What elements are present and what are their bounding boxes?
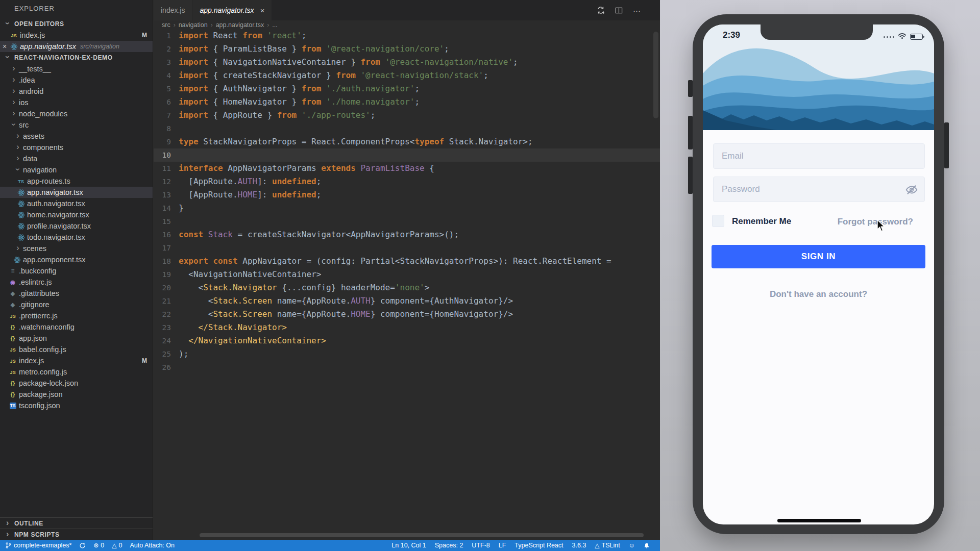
code-line-13[interactable]: 13 [AppRoute.HOME]: undefined; (154, 188, 660, 202)
password-input[interactable] (714, 177, 924, 202)
more-icon[interactable]: ··· (633, 6, 641, 15)
tree-item-.idea[interactable]: ›.idea (0, 74, 153, 86)
tree-item-home.navigator.tsx[interactable]: home.navigator.tsx (0, 209, 153, 220)
code-line-26[interactable]: 26 (154, 361, 660, 374)
status-item-spaces-2[interactable]: Spaces: 2 (435, 542, 463, 549)
code-line-20[interactable]: 20 <Stack.Navigator {...config} headerMo… (154, 281, 660, 294)
tree-item-components[interactable]: ›components (0, 142, 153, 153)
signup-link[interactable]: Don't have an account? (703, 289, 934, 299)
open-editor-app.navigator.tsx[interactable]: ×app.navigator.tsxsrc/navigation (0, 41, 153, 52)
tree-item-node_modules[interactable]: ›node_modules (0, 108, 153, 119)
status-item-3-6-3[interactable]: 3.6.3 (572, 542, 586, 549)
project-root-header[interactable]: › REACT-NAVIGATION-EX-DEMO (0, 52, 153, 63)
code-line-23[interactable]: 23 </Stack.Navigator> (154, 321, 660, 334)
status-item-bell[interactable] (644, 542, 650, 549)
tree-item-.buckconfig[interactable]: ≡.buckconfig (0, 265, 153, 277)
remember-me-checkbox[interactable] (712, 215, 724, 227)
close-icon[interactable]: × (0, 42, 9, 51)
status-item-auto-attach-on[interactable]: Auto Attach: On (130, 542, 175, 549)
code-line-5[interactable]: 5import { AuthNavigator } from './auth.n… (154, 82, 660, 95)
code-line-7[interactable]: 7import { AppRoute } from './app-routes'… (154, 109, 660, 122)
eye-off-icon[interactable] (905, 183, 918, 198)
status-item-tslint[interactable]: △TSLint (595, 542, 620, 549)
tree-item-.eslintrc.js[interactable]: ◉.eslintrc.js (0, 277, 153, 288)
code-line-24[interactable]: 24 </NavigationNativeContainer> (154, 334, 660, 347)
tree-item-.watchmanconfig[interactable]: {}.watchmanconfig (0, 321, 153, 333)
code-line-18[interactable]: 18export const AppNavigator = (config: P… (154, 255, 660, 268)
sign-in-button[interactable]: SIGN IN (712, 245, 925, 268)
split-icon[interactable] (615, 7, 623, 14)
status-item-sync[interactable] (79, 542, 86, 549)
code-area[interactable]: 1import React from 'react';2import { Par… (154, 29, 660, 374)
code-line-1[interactable]: 1import React from 'react'; (154, 29, 660, 42)
status-item-utf-8[interactable]: UTF-8 (472, 542, 489, 549)
tree-item-android[interactable]: ›android (0, 86, 153, 97)
code-line-12[interactable]: 12 [AppRoute.AUTH]: undefined; (154, 175, 660, 188)
status-item-smiley[interactable]: ☺ (629, 542, 635, 549)
code-line-25[interactable]: 25); (154, 347, 660, 361)
email-input[interactable] (714, 144, 924, 168)
tab-app.navigator.tsx[interactable]: app.navigator.tsx× (192, 0, 272, 20)
tree-item-tsconfig.json[interactable]: TStsconfig.json (0, 400, 153, 411)
compare-icon[interactable] (597, 6, 605, 14)
tree-item-profile.navigator.tsx[interactable]: profile.navigator.tsx (0, 220, 153, 232)
tree-item-babel.config.js[interactable]: JSbabel.config.js (0, 344, 153, 355)
tree-item-.prettierrc.js[interactable]: JS.prettierrc.js (0, 310, 153, 321)
tree-item-app.component.tsx[interactable]: app.component.tsx (0, 254, 153, 265)
tree-item-assets[interactable]: ›assets (0, 131, 153, 142)
close-icon[interactable]: × (260, 6, 265, 15)
breadcrumb-item-...[interactable]: ... (272, 21, 277, 29)
tree-item-__tests__[interactable]: ›__tests__ (0, 63, 153, 74)
breadcrumb-item-navigation[interactable]: navigation (179, 21, 208, 29)
tree-item-navigation[interactable]: ›navigation (0, 164, 153, 176)
tree-item-data[interactable]: ›data (0, 153, 153, 164)
line-number: 5 (154, 82, 171, 95)
editor-vertical-scrollbar[interactable] (653, 32, 658, 118)
tree-item-package-lock.json[interactable]: {}package-lock.json (0, 378, 153, 389)
home-indicator[interactable] (777, 519, 861, 522)
tree-item-app.json[interactable]: {}app.json (0, 333, 153, 344)
status-item-typescript-react[interactable]: TypeScript React (514, 542, 563, 549)
tree-item-app-routes.ts[interactable]: TSapp-routes.ts (0, 176, 153, 187)
tree-item-ios[interactable]: ›ios (0, 97, 153, 108)
code-line-6[interactable]: 6import { HomeNavigator } from './home.n… (154, 95, 660, 109)
status-item-ln-10-col-1[interactable]: Ln 10, Col 1 (391, 542, 426, 549)
tree-item-index.js[interactable]: JSindex.jsM (0, 355, 153, 366)
tree-item-metro.config.js[interactable]: JSmetro.config.js (0, 366, 153, 378)
sidebar-section-outline[interactable]: ›OUTLINE (0, 517, 153, 529)
status-item-lf[interactable]: LF (499, 542, 506, 549)
sidebar-section-npm-scripts[interactable]: ›NPM SCRIPTS (0, 529, 153, 540)
forgot-password-link[interactable]: Forgot password? (838, 217, 913, 227)
code-line-16[interactable]: 16const Stack = createStackNavigator<App… (154, 228, 660, 241)
code-line-9[interactable]: 9type StackNavigatorProps = React.Compon… (154, 135, 660, 148)
code-line-4[interactable]: 4import { createStackNavigator } from '@… (154, 69, 660, 82)
code-line-10[interactable]: 10 (154, 148, 660, 162)
tree-item-src[interactable]: ›src (0, 119, 153, 131)
code-line-17[interactable]: 17 (154, 241, 660, 255)
breadcrumb-item-app.navigator.tsx[interactable]: app.navigator.tsx (216, 21, 264, 29)
tree-item-package.json[interactable]: {}package.json (0, 389, 153, 400)
code-line-2[interactable]: 2import { ParamListBase } from '@react-n… (154, 42, 660, 56)
status-item-0[interactable]: ⊗0 (93, 542, 104, 549)
code-line-21[interactable]: 21 <Stack.Screen name={AppRoute.AUTH} co… (154, 294, 660, 308)
code-line-11[interactable]: 11interface AppNavigatorParams extends P… (154, 162, 660, 175)
status-item-complete-exmaples-[interactable]: complete-exmaples* (5, 542, 71, 549)
code-line-15[interactable]: 15 (154, 215, 660, 228)
editor-horizontal-scrollbar[interactable] (200, 533, 644, 537)
code-line-8[interactable]: 8 (154, 122, 660, 135)
open-editor-index.js[interactable]: JSindex.jsM (0, 30, 153, 41)
tree-item-app.navigator.tsx[interactable]: app.navigator.tsx (0, 187, 153, 198)
code-line-3[interactable]: 3import { NavigationNativeContainer } fr… (154, 56, 660, 69)
code-line-14[interactable]: 14} (154, 202, 660, 215)
tab-index.js[interactable]: index.js (154, 0, 192, 20)
status-item-0[interactable]: △0 (112, 542, 122, 549)
tree-item-auth.navigator.tsx[interactable]: auth.navigator.tsx (0, 198, 153, 209)
breadcrumb-item-src[interactable]: src (162, 21, 170, 29)
tree-item-.gitignore[interactable]: ◈.gitignore (0, 299, 153, 310)
code-line-19[interactable]: 19 <NavigationNativeContainer> (154, 268, 660, 281)
code-line-22[interactable]: 22 <Stack.Screen name={AppRoute.HOME} co… (154, 308, 660, 321)
tree-item-scenes[interactable]: ›scenes (0, 243, 153, 254)
tree-item-.gitattributes[interactable]: ◈.gitattributes (0, 288, 153, 299)
open-editors-header[interactable]: › OPEN EDITORS (0, 18, 153, 30)
tree-item-todo.navigator.tsx[interactable]: todo.navigator.tsx (0, 232, 153, 243)
